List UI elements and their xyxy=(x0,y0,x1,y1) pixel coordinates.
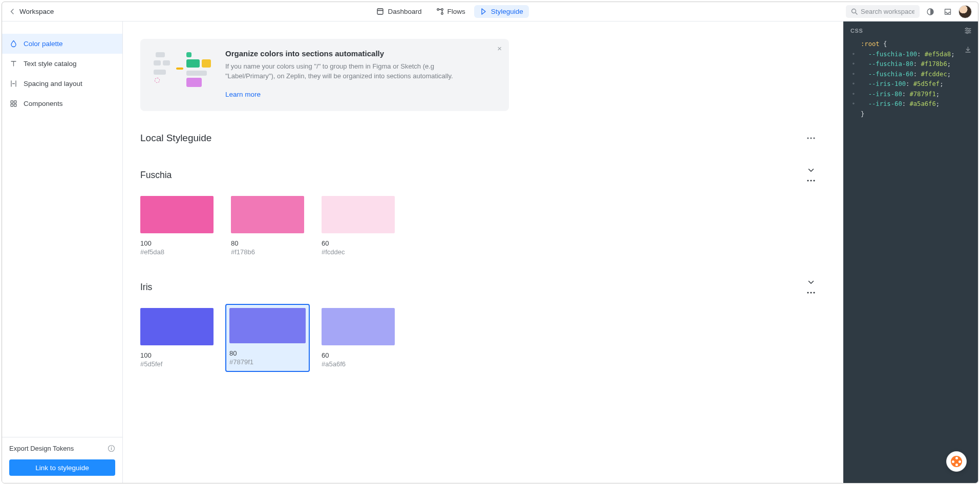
swatch-hex: #fcddec xyxy=(322,248,395,256)
download-icon[interactable] xyxy=(964,46,972,54)
svg-rect-0 xyxy=(377,9,383,14)
code-block[interactable]: :root {• --fuschia-100: #ef5da8;• --fusc… xyxy=(843,39,978,119)
sidebar-item-label: Spacing and layout xyxy=(24,80,82,87)
sidebar-item-components[interactable]: Components xyxy=(2,94,122,114)
sidebar-item-text-styles[interactable]: Text style catalog xyxy=(2,54,122,74)
breadcrumb-label: Workspace xyxy=(19,8,54,15)
sidebar-item-label: Components xyxy=(24,100,63,107)
swatch-color xyxy=(140,196,214,233)
color-swatch[interactable]: 60#fcddec xyxy=(322,196,395,256)
text-styles-icon xyxy=(9,60,17,68)
export-label: Export Design Tokens xyxy=(9,445,74,452)
color-swatch[interactable]: 100#ef5da8 xyxy=(140,196,214,256)
svg-point-15 xyxy=(813,137,815,139)
zeplin-logo-icon xyxy=(951,456,962,467)
svg-rect-12 xyxy=(111,448,112,450)
svg-point-23 xyxy=(968,30,970,31)
tab-label: Styleguide xyxy=(491,8,523,15)
swatch-hex: #f178b6 xyxy=(231,248,304,256)
svg-point-17 xyxy=(810,180,812,181)
svg-point-18 xyxy=(813,180,815,181)
swatch-name: 60 xyxy=(322,239,395,247)
swatch-name: 100 xyxy=(140,239,214,247)
svg-point-11 xyxy=(111,447,112,448)
inbox-button[interactable] xyxy=(941,5,954,18)
main-content: × Organize colors into sections automati… xyxy=(123,21,843,483)
swatch-color xyxy=(231,196,304,233)
sliders-icon[interactable] xyxy=(964,27,972,34)
group-title: Iris xyxy=(140,282,152,293)
svg-point-2 xyxy=(441,9,443,11)
svg-point-13 xyxy=(807,137,808,139)
more-icon[interactable] xyxy=(806,288,816,298)
code-language-label: CSS xyxy=(850,28,863,34)
svg-point-4 xyxy=(852,9,856,13)
svg-point-14 xyxy=(810,137,812,139)
svg-rect-7 xyxy=(14,101,16,103)
swatch-hex: #ef5da8 xyxy=(140,248,214,256)
help-fab[interactable] xyxy=(946,451,967,472)
svg-point-20 xyxy=(810,292,812,293)
search-icon xyxy=(851,8,858,15)
group-title: Fuschia xyxy=(140,170,172,181)
chevron-down-icon[interactable] xyxy=(806,277,816,288)
swatch-color xyxy=(322,196,395,233)
avatar[interactable] xyxy=(958,5,972,18)
svg-point-24 xyxy=(966,32,968,33)
swatch-color xyxy=(140,308,214,345)
tab-dashboard[interactable]: Dashboard xyxy=(371,5,427,18)
more-icon[interactable] xyxy=(806,133,816,143)
banner-title: Organize colors into sections automatica… xyxy=(225,49,496,58)
close-icon[interactable]: × xyxy=(497,44,502,53)
link-to-styleguide-button[interactable]: Link to styleguide xyxy=(9,459,115,476)
svg-point-16 xyxy=(807,180,808,181)
tab-label: Dashboard xyxy=(388,8,421,15)
swatch-hex: #5d5fef xyxy=(140,360,214,368)
tab-flows[interactable]: Flows xyxy=(431,5,471,18)
svg-point-22 xyxy=(966,28,967,29)
swatch-hex: #a5a6f6 xyxy=(322,360,395,368)
color-swatch[interactable]: 60#a5a6f6 xyxy=(322,308,395,368)
swatch-color xyxy=(229,308,306,343)
color-swatch[interactable]: 80#f178b6 xyxy=(231,196,304,256)
svg-rect-8 xyxy=(11,104,13,107)
chevron-down-icon[interactable] xyxy=(806,165,816,175)
swatch-name: 80 xyxy=(229,349,306,357)
learn-more-link[interactable]: Learn more xyxy=(225,91,261,98)
breadcrumb[interactable]: Workspace xyxy=(8,8,54,15)
svg-point-21 xyxy=(813,292,815,293)
sidebar-item-label: Color palette xyxy=(24,40,63,48)
tip-banner: × Organize colors into sections automati… xyxy=(140,39,509,111)
banner-illustration xyxy=(154,52,211,92)
sidebar: Color paletteText style catalogSpacing a… xyxy=(2,21,123,483)
banner-text: If you name your colors using "/" to gro… xyxy=(225,62,466,81)
color-palette-icon xyxy=(9,40,17,48)
search-placeholder: Search workspace xyxy=(861,8,914,15)
tab-styleguide[interactable]: Styleguide xyxy=(474,5,529,18)
dashboard-icon xyxy=(376,8,384,15)
export-design-tokens[interactable]: Export Design Tokens xyxy=(9,445,115,452)
svg-rect-6 xyxy=(11,101,13,103)
swatch-color xyxy=(322,308,395,345)
chevron-left-icon xyxy=(8,8,15,15)
sidebar-item-spacing-layout[interactable]: Spacing and layout xyxy=(2,74,122,94)
sidebar-item-color-palette[interactable]: Color palette xyxy=(2,34,122,54)
more-icon[interactable] xyxy=(806,175,816,186)
color-swatch[interactable]: 100#5d5fef xyxy=(140,308,214,368)
components-icon xyxy=(9,100,17,108)
swatch-hex: #7879f1 xyxy=(229,358,306,366)
swatch-name: 60 xyxy=(322,351,395,359)
color-swatch[interactable]: 80#7879f1 xyxy=(225,304,310,372)
flows-icon xyxy=(436,8,444,15)
svg-point-3 xyxy=(441,13,443,15)
styleguide-icon xyxy=(480,8,487,15)
contrast-toggle-button[interactable] xyxy=(924,5,937,18)
code-panel: CSS :root {• --fuschia-100: #ef5da8;• --… xyxy=(843,21,978,483)
spacing-layout-icon xyxy=(9,80,17,88)
link-btn-label: Link to styleguide xyxy=(35,464,89,472)
swatch-name: 100 xyxy=(140,351,214,359)
svg-point-1 xyxy=(437,9,439,11)
sidebar-item-label: Text style catalog xyxy=(24,60,77,68)
tab-label: Flows xyxy=(448,8,465,15)
search-input[interactable]: Search workspace xyxy=(846,5,920,18)
